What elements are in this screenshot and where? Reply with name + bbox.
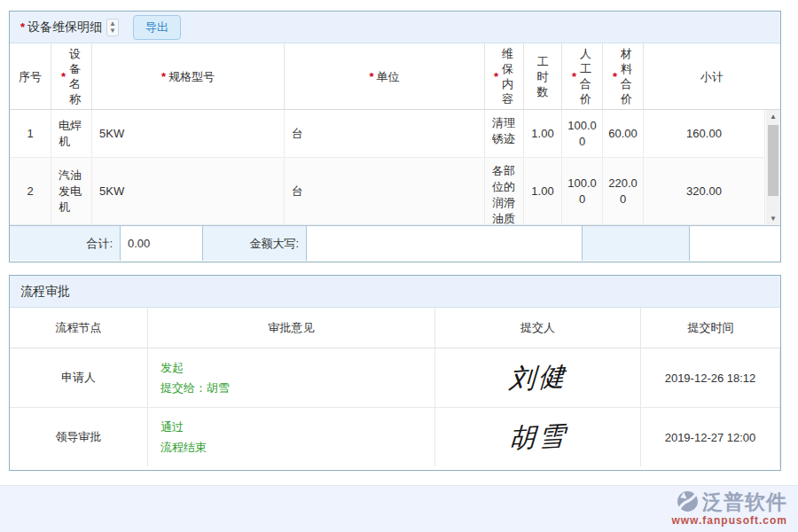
cell-spec-model: 5KW bbox=[92, 110, 285, 158]
col-label: 小计 bbox=[700, 69, 724, 84]
brand-url: www.fanpusoft.com bbox=[671, 514, 787, 527]
totals-spacer-label bbox=[583, 226, 690, 261]
col-label: 人工合价 bbox=[579, 46, 592, 106]
col-header-labor-total: *人工合价 bbox=[562, 43, 603, 110]
col-label: 设备名称 bbox=[68, 46, 82, 106]
col-header-equipment-name: *设备名称 bbox=[51, 43, 92, 110]
col-label: 材料合价 bbox=[620, 46, 633, 106]
required-mark: * bbox=[161, 69, 166, 84]
cell-labor-total: 100.00 bbox=[562, 110, 603, 158]
cell-seq: 1 bbox=[10, 110, 51, 158]
signature-text: 胡雪 bbox=[507, 418, 567, 458]
cell-equipment-name: 电焊机 bbox=[51, 110, 92, 158]
export-button[interactable]: 导出 bbox=[133, 15, 181, 40]
vertical-scrollbar[interactable]: ▲ ▼ bbox=[766, 110, 780, 225]
required-mark: * bbox=[613, 69, 617, 84]
totals-spacer-value bbox=[690, 226, 780, 261]
cell-unit: 台 bbox=[285, 158, 485, 225]
cell-flow-node: 申请人 bbox=[10, 348, 148, 407]
required-mark: * bbox=[20, 20, 25, 34]
cell-labor-total: 100.00 bbox=[562, 158, 603, 225]
cell-material-total: 60.00 bbox=[603, 110, 644, 158]
cell-submitter-signature: 刘健 bbox=[435, 348, 641, 407]
col-header-spec-model: *规格型号 bbox=[92, 43, 285, 110]
fanpu-logo-icon bbox=[677, 490, 699, 515]
table-row: 领导审批 通过 流程结束 胡雪 2019-12-27 12:00 bbox=[10, 408, 780, 466]
sort-stepper-icon[interactable]: ▲ ▼ bbox=[106, 19, 119, 36]
cell-work-hours: 1.00 bbox=[524, 158, 562, 225]
col-label: 规格型号 bbox=[168, 69, 215, 84]
cell-approval-opinion: 通过 流程结束 bbox=[148, 408, 435, 466]
cell-submit-time: 2019-12-27 12:00 bbox=[641, 408, 780, 466]
col-header-work-hours: 工时数 bbox=[524, 43, 562, 110]
total-label: 合计: bbox=[10, 226, 121, 261]
required-mark: * bbox=[572, 69, 576, 84]
table-row: 2 汽油发电机 5KW 台 各部位的润滑油质保养 1.00 100.00 220… bbox=[10, 158, 780, 225]
cell-maintenance-content: 清理锈迹 bbox=[485, 110, 524, 158]
cell-material-total: 220.00 bbox=[603, 158, 644, 225]
approval-flow-panel: 流程审批 流程节点 审批意见 提交人 提交时间 申请人 发起 提交给：胡雪 刘健… bbox=[9, 275, 781, 471]
amount-in-words-label: 金额大写: bbox=[203, 226, 307, 261]
table2-header-row: 流程节点 审批意见 提交人 提交时间 bbox=[10, 308, 780, 348]
table-row: 申请人 发起 提交给：胡雪 刘健 2019-12-26 18:12 bbox=[10, 348, 780, 408]
brand-text: 泛普软件 bbox=[702, 489, 787, 516]
opinion-line: 发起 bbox=[160, 357, 184, 378]
col-label: 单位 bbox=[377, 69, 400, 84]
cell-approval-opinion: 发起 提交给：胡雪 bbox=[148, 348, 435, 407]
total-value: 0.00 bbox=[121, 226, 203, 261]
cell-spec-model: 5KW bbox=[92, 158, 285, 225]
table1-header-row: 序号 *设备名称 *规格型号 *单位 *维保内容 工时数 *人工合价 *材料合价… bbox=[10, 43, 780, 110]
cell-subtotal: 320.00 bbox=[644, 158, 765, 225]
opinion-line: 流程结束 bbox=[160, 437, 207, 458]
stepper-down-icon[interactable]: ▼ bbox=[109, 27, 116, 35]
required-mark: * bbox=[494, 69, 498, 84]
scrollbar-thumb[interactable] bbox=[768, 125, 778, 196]
scroll-up-icon[interactable]: ▲ bbox=[766, 110, 780, 123]
table-row: 1 电焊机 5KW 台 清理锈迹 1.00 100.00 60.00 160.0… bbox=[10, 110, 780, 158]
page-footer: 泛普软件 www.fanpusoft.com bbox=[0, 485, 798, 532]
cell-maintenance-content: 各部位的润滑油质保养 bbox=[485, 158, 524, 225]
cell-seq: 2 bbox=[10, 158, 51, 225]
cell-subtotal: 160.00 bbox=[644, 110, 765, 158]
table1-body: 1 电焊机 5KW 台 清理锈迹 1.00 100.00 60.00 160.0… bbox=[10, 110, 780, 225]
scroll-down-icon[interactable]: ▼ bbox=[766, 212, 780, 225]
col-header-submitter: 提交人 bbox=[435, 308, 641, 348]
required-mark: * bbox=[369, 69, 373, 84]
panel2-title: 流程审批 bbox=[20, 284, 70, 300]
totals-row: 合计: 0.00 金额大写: bbox=[10, 225, 780, 261]
fanpu-logo: 泛普软件 www.fanpusoft.com bbox=[671, 489, 787, 527]
col-header-submit-time: 提交时间 bbox=[641, 308, 780, 348]
cell-flow-node: 领导审批 bbox=[10, 408, 148, 466]
opinion-line: 通过 bbox=[160, 417, 184, 437]
opinion-line: 提交给：胡雪 bbox=[160, 378, 230, 398]
col-header-maintenance-content: *维保内容 bbox=[485, 43, 524, 110]
panel1-title: 设备维保明细 bbox=[27, 20, 102, 35]
col-header-unit: *单位 bbox=[285, 43, 485, 110]
signature-text: 刘健 bbox=[507, 358, 567, 398]
panel2-titlebar: 流程审批 bbox=[10, 276, 780, 308]
col-header-seq: 序号 bbox=[10, 43, 51, 110]
cell-submit-time: 2019-12-26 18:12 bbox=[641, 348, 780, 407]
equipment-maintenance-panel: * 设备维保明细 ▲ ▼ 导出 序号 *设备名称 *规格型号 *单位 *维保内容… bbox=[9, 11, 781, 262]
panel1-titlebar: * 设备维保明细 ▲ ▼ 导出 bbox=[10, 12, 780, 43]
amount-in-words-value bbox=[307, 226, 583, 261]
col-header-flow-node: 流程节点 bbox=[10, 308, 148, 348]
col-label: 工时数 bbox=[536, 54, 550, 99]
col-header-subtotal: 小计 bbox=[644, 43, 780, 110]
col-header-material-total: *材料合价 bbox=[603, 43, 644, 110]
cell-submitter-signature: 胡雪 bbox=[435, 408, 641, 466]
cell-work-hours: 1.00 bbox=[524, 110, 562, 158]
col-header-approval-opinion: 审批意见 bbox=[148, 308, 435, 348]
cell-unit: 台 bbox=[285, 110, 485, 158]
col-label: 序号 bbox=[19, 69, 42, 84]
required-mark: * bbox=[61, 69, 66, 84]
cell-equipment-name: 汽油发电机 bbox=[51, 158, 92, 225]
col-label: 维保内容 bbox=[501, 46, 514, 106]
